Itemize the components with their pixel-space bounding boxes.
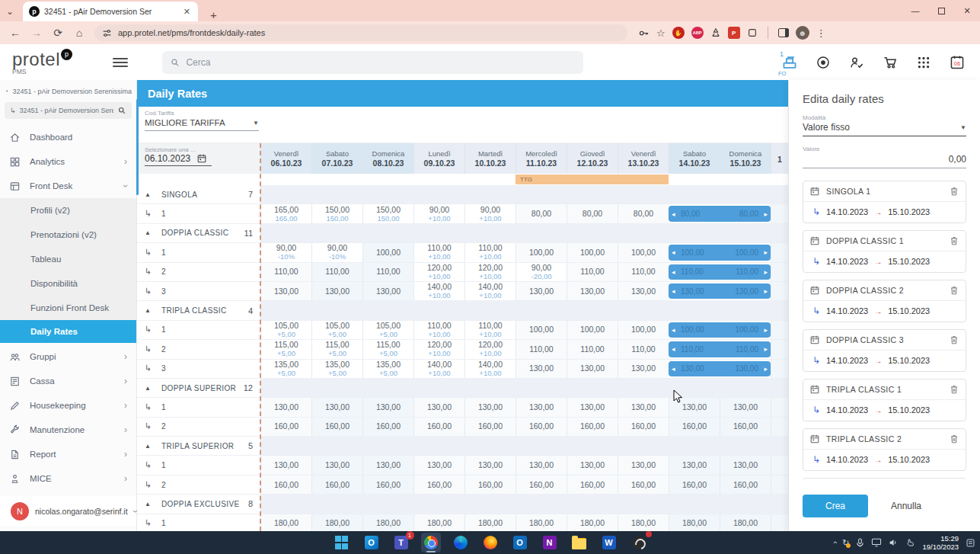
selection-band[interactable]: ◂100,00100,00▸ <box>669 245 771 260</box>
rate-cell[interactable]: 110,00 <box>567 340 618 358</box>
clock[interactable]: 15:29 19/10/2023 <box>922 534 959 551</box>
rate-cell[interactable]: 180,00 <box>260 514 311 531</box>
rate-cell[interactable]: 180,00 <box>311 514 362 531</box>
band-left-arrow-icon[interactable]: ◂ <box>672 326 675 334</box>
rate-cell[interactable]: 110,00+10,00 <box>464 321 516 339</box>
rate-cell[interactable]: 180,00 <box>567 514 618 531</box>
minimize-button[interactable]: — <box>902 0 928 21</box>
trash-icon[interactable] <box>949 335 959 345</box>
rate-cell[interactable]: 130,00 <box>516 282 567 300</box>
collapse-triangle-icon[interactable]: ▲ <box>145 229 158 236</box>
rate-cell[interactable]: 115,00+5,00 <box>311 340 362 358</box>
word-app[interactable]: W <box>599 533 619 552</box>
rate-cell[interactable]: 130,00 <box>618 282 669 300</box>
sidebar-item-disponibilit-[interactable]: Disponibilità <box>0 271 136 296</box>
cart-icon[interactable] <box>873 46 907 79</box>
profile-avatar[interactable]: ☻ <box>796 26 809 40</box>
selection-band[interactable]: ◂100,00100,00▸ <box>669 322 771 338</box>
band-right-arrow-icon[interactable]: ▸ <box>764 345 768 353</box>
rate-cell[interactable]: 90,00+10,00 <box>464 204 516 223</box>
rate-cell[interactable]: 100,00 <box>618 321 669 339</box>
day-column-header[interactable]: Venerdì13.10.23 <box>618 143 669 174</box>
trash-icon[interactable] <box>949 186 959 197</box>
notifications-icon[interactable] <box>966 538 975 548</box>
band-left-arrow-icon[interactable]: ◂ <box>672 268 675 276</box>
rate-cell[interactable]: 130,00 <box>516 360 567 378</box>
forward-icon[interactable]: → <box>27 24 46 42</box>
sidebar-item-profili-v2-[interactable]: Profili (v2) <box>0 198 136 223</box>
rate-cell[interactable]: 130,00 <box>260 282 311 300</box>
category-row-doppia-superior[interactable]: ▲DOPPIA SUPERIOR12 <box>137 379 788 398</box>
rate-cell[interactable]: 130,00 <box>618 360 669 378</box>
rate-cell[interactable]: 165,00165,00 <box>260 204 311 223</box>
url-bar[interactable]: app.protel.net/pms/frontdesk/daily-rates <box>94 24 627 41</box>
rate-cell[interactable]: 160,00 <box>669 476 720 494</box>
sidebar-item-funzioni-front-desk[interactable]: Funzioni Front Desk <box>0 296 136 320</box>
target-icon[interactable] <box>806 46 840 79</box>
user-row[interactable]: N nicolas.ongarato@serinf.it › <box>0 496 136 527</box>
rate-cell[interactable]: 90,00+10,00 <box>413 204 464 223</box>
rate-cell[interactable]: 100,00 <box>567 243 618 261</box>
rate-cell[interactable]: 130,00 <box>260 398 311 416</box>
chrome-app[interactable] <box>421 533 441 552</box>
rate-cell[interactable]: 100,00 <box>567 321 618 339</box>
speaker-icon[interactable] <box>889 538 899 547</box>
rate-cell[interactable]: 110,00 <box>260 263 311 281</box>
rate-cell[interactable]: 110,00+10,00 <box>413 321 464 339</box>
rate-cell[interactable]: 130,00 <box>567 360 618 378</box>
rate-cell[interactable]: 120,00+10,00 <box>413 263 464 281</box>
property-row[interactable]: 32451 - pAir Demoversion Serenissima <box>0 80 136 101</box>
rate-code-select[interactable]: Cod.Tariffa MIGLIORE TARIFFA▼ <box>145 110 259 131</box>
collapse-triangle-icon[interactable]: ▲ <box>145 501 158 508</box>
key-icon[interactable] <box>638 27 650 39</box>
hamburger-menu-icon[interactable] <box>113 56 128 69</box>
sidebar-item-prenotazioni-v2-[interactable]: Prenotazioni (v2) <box>0 223 136 247</box>
rate-cell[interactable]: 130,00 <box>464 456 516 474</box>
star-icon[interactable]: ☆ <box>656 27 666 39</box>
rate-cell[interactable]: 180,00 <box>464 514 516 531</box>
firefox-app[interactable] <box>480 533 500 552</box>
day-column-header[interactable]: Sabato14.10.23 <box>669 143 720 174</box>
band-left-arrow-icon[interactable]: ◂ <box>672 365 675 373</box>
outlook-app[interactable]: O <box>362 533 381 552</box>
rate-cell[interactable] <box>771 514 788 531</box>
display-icon[interactable] <box>871 538 882 547</box>
selection-band[interactable]: ◂130,00130,00▸ <box>669 283 771 299</box>
date-picker[interactable]: Selezionare una ... 06.10.2023 <box>137 143 260 174</box>
rate-cell[interactable] <box>771 282 788 300</box>
collapse-triangle-icon[interactable]: ▲ <box>145 191 158 198</box>
collapse-triangle-icon[interactable]: ▲ <box>145 385 158 392</box>
rate-cell[interactable]: 140,00+10,00 <box>413 282 464 300</box>
reload-icon[interactable]: ⟳ <box>49 24 67 42</box>
rate-cell[interactable]: 80,00 <box>516 204 567 223</box>
rate-cell[interactable] <box>771 360 788 378</box>
selection-band[interactable]: ◂110,00110,00▸ <box>669 264 771 280</box>
rate-cell[interactable]: 160,00 <box>720 418 771 436</box>
sidebar-item-manutenzione[interactable]: Manutenzione› <box>0 418 136 442</box>
band-right-arrow-icon[interactable]: ▸ <box>764 365 768 373</box>
selection-band[interactable]: ◂80,0080,00▸ <box>669 206 771 221</box>
shape-extension-icon[interactable] <box>747 27 758 38</box>
category-row-tripla-superior[interactable]: ▲TRIPLA SUPERIOR5 <box>137 437 788 456</box>
sidebar-item-gruppi[interactable]: Gruppi› <box>0 344 136 369</box>
rate-cell[interactable]: 130,00 <box>669 456 720 474</box>
trash-icon[interactable] <box>949 434 959 444</box>
rate-cell[interactable]: 130,00 <box>260 456 311 474</box>
sidebar-item-cassa[interactable]: Cassa› <box>0 369 136 393</box>
rate-cell[interactable]: 130,00 <box>311 282 362 300</box>
rate-cell[interactable]: 100,00 <box>618 243 669 261</box>
rate-cell[interactable] <box>771 476 788 494</box>
rate-cell[interactable]: 90,00-10% <box>260 243 311 261</box>
rate-cell[interactable]: 180,00 <box>720 514 771 531</box>
rate-cell[interactable]: 110,00 <box>618 263 669 281</box>
rate-cell[interactable]: 135,00+5,00 <box>311 360 362 378</box>
sidebar-item-tableau[interactable]: Tableau <box>0 247 136 271</box>
onenote-app[interactable]: N <box>540 533 560 552</box>
category-row-doppia-exclusive[interactable]: ▲DOPPIA EXCLUSIVE8 <box>137 495 788 514</box>
rate-cell[interactable]: 110,00 <box>567 263 618 281</box>
rate-cell[interactable]: 180,00 <box>362 514 413 531</box>
recycle-extension-icon[interactable] <box>710 27 721 38</box>
rate-cell[interactable]: 130,00 <box>516 456 567 474</box>
rate-cell[interactable]: 160,00 <box>362 476 413 494</box>
rate-cell[interactable]: 90,00-20,00 <box>516 263 567 281</box>
